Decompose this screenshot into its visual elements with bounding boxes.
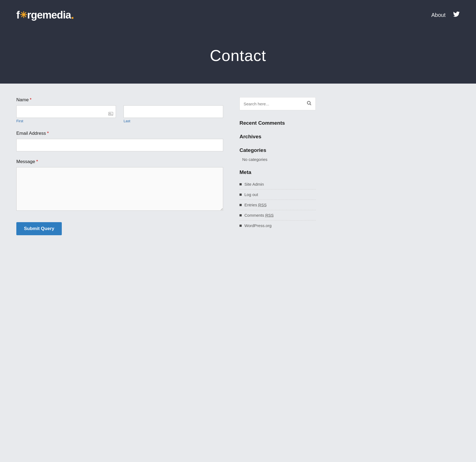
contact-form: Name * First Las bbox=[16, 97, 223, 238]
search-box bbox=[239, 97, 316, 110]
message-textarea[interactable] bbox=[16, 167, 223, 211]
last-name-input[interactable] bbox=[124, 105, 223, 118]
bullet-icon bbox=[239, 183, 242, 185]
meta-link[interactable]: Comments RSS bbox=[244, 213, 274, 218]
logo-text: rgemedia bbox=[27, 9, 71, 21]
first-name-wrap: First bbox=[16, 105, 116, 123]
meta-list: Site AdminLog outEntries RSSComments RSS… bbox=[239, 179, 316, 231]
first-label: First bbox=[16, 119, 116, 123]
message-field-group: Message * bbox=[16, 159, 223, 212]
autofill-icon bbox=[108, 112, 113, 117]
meta-link[interactable]: Entries RSS bbox=[244, 203, 267, 207]
message-label-text: Message bbox=[16, 159, 35, 164]
content-wrapper: Name * First Las bbox=[0, 84, 476, 255]
search-input[interactable] bbox=[240, 102, 303, 106]
categories-section: Categories No categories bbox=[239, 147, 316, 162]
email-label-text: Email Address bbox=[16, 131, 46, 136]
logo[interactable]: f✳rgemedia. bbox=[16, 9, 74, 21]
logo-f: f bbox=[16, 9, 20, 21]
meta-list-item: Site Admin bbox=[239, 179, 316, 189]
email-required-star: * bbox=[47, 131, 49, 136]
meta-list-item: WordPress.org bbox=[239, 221, 316, 231]
meta-title: Meta bbox=[239, 169, 316, 175]
no-categories: No categories bbox=[239, 157, 316, 162]
bullet-icon bbox=[239, 194, 242, 196]
logo-star-icon: ✳ bbox=[20, 10, 27, 20]
header: f✳rgemedia. About bbox=[0, 0, 476, 30]
bullet-icon bbox=[239, 225, 242, 227]
page-title: Contact bbox=[0, 46, 476, 65]
message-label: Message * bbox=[16, 159, 223, 164]
archives-title: Archives bbox=[239, 134, 316, 140]
main-nav: About bbox=[431, 11, 460, 19]
email-field-wrap bbox=[16, 139, 223, 151]
meta-link[interactable]: Site Admin bbox=[244, 182, 264, 186]
search-button[interactable] bbox=[303, 101, 315, 107]
message-required-star: * bbox=[36, 159, 38, 164]
meta-list-item: Entries RSS bbox=[239, 200, 316, 210]
name-field-group: Name * First Las bbox=[16, 97, 223, 123]
recent-comments-section: Recent Comments bbox=[239, 120, 316, 126]
email-label: Email Address * bbox=[16, 131, 223, 136]
first-name-input[interactable] bbox=[16, 105, 116, 118]
meta-link[interactable]: Log out bbox=[244, 192, 258, 197]
svg-point-2 bbox=[307, 101, 310, 104]
meta-list-item: Log out bbox=[239, 189, 316, 200]
meta-link[interactable]: WordPress.org bbox=[244, 223, 272, 228]
logo-dot: . bbox=[71, 9, 74, 21]
name-row: First Last bbox=[16, 105, 223, 123]
meta-section: Meta Site AdminLog outEntries RSSComment… bbox=[239, 169, 316, 231]
bullet-icon bbox=[239, 214, 242, 216]
email-input[interactable] bbox=[16, 139, 223, 151]
last-name-wrap: Last bbox=[124, 105, 223, 123]
name-label: Name * bbox=[16, 97, 223, 103]
twitter-icon[interactable] bbox=[453, 11, 460, 19]
submit-button[interactable]: Submit Query bbox=[16, 222, 62, 235]
name-required-star: * bbox=[30, 97, 32, 103]
message-field-wrap bbox=[16, 167, 223, 212]
name-label-text: Name bbox=[16, 97, 29, 103]
archives-section: Archives bbox=[239, 134, 316, 140]
last-label: Last bbox=[124, 119, 223, 123]
hero-section: Contact bbox=[0, 30, 476, 84]
email-field-group: Email Address * bbox=[16, 131, 223, 151]
meta-list-item: Comments RSS bbox=[239, 210, 316, 221]
recent-comments-title: Recent Comments bbox=[239, 120, 316, 126]
categories-title: Categories bbox=[239, 147, 316, 153]
sidebar: Recent Comments Archives Categories No c… bbox=[239, 97, 316, 238]
nav-about-link[interactable]: About bbox=[431, 12, 446, 18]
bullet-icon bbox=[239, 204, 242, 206]
